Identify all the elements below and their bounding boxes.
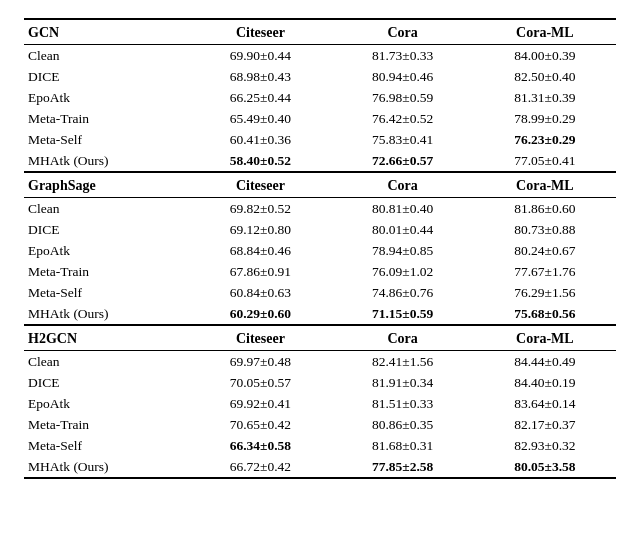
- table-row: DICE68.98±0.4380.94±0.4682.50±0.40: [24, 66, 616, 87]
- col-header-coraml: Cora-ML: [474, 172, 616, 198]
- table-row: EpoAtk66.25±0.4476.98±0.5981.31±0.39: [24, 87, 616, 108]
- value-cora: 80.81±0.40: [332, 198, 474, 220]
- value-coraml: 77.05±0.41: [474, 150, 616, 172]
- value-coraml: 75.68±0.56: [474, 303, 616, 325]
- value-citeseer: 69.90±0.44: [189, 45, 331, 67]
- value-cora: 76.42±0.52: [332, 108, 474, 129]
- method-name: Clean: [24, 45, 189, 67]
- value-cora: 75.83±0.41: [332, 129, 474, 150]
- value-citeseer: 69.97±0.48: [189, 351, 331, 373]
- value-coraml: 78.99±0.29: [474, 108, 616, 129]
- col-header-cora: Cora: [332, 19, 474, 45]
- model-name-graphsage: GraphSage: [24, 172, 189, 198]
- table-row: Meta-Train65.49±0.4076.42±0.5278.99±0.29: [24, 108, 616, 129]
- value-coraml: 80.24±0.67: [474, 240, 616, 261]
- value-cora: 81.91±0.34: [332, 372, 474, 393]
- value-cora: 80.01±0.44: [332, 219, 474, 240]
- table-row: Meta-Self60.84±0.6374.86±0.7676.29±1.56: [24, 282, 616, 303]
- value-coraml: 82.17±0.37: [474, 414, 616, 435]
- method-name: EpoAtk: [24, 393, 189, 414]
- value-cora: 80.86±0.35: [332, 414, 474, 435]
- value-coraml: 80.05±3.58: [474, 456, 616, 478]
- value-citeseer: 66.25±0.44: [189, 87, 331, 108]
- value-citeseer: 70.05±0.57: [189, 372, 331, 393]
- value-citeseer: 65.49±0.40: [189, 108, 331, 129]
- value-cora: 81.68±0.31: [332, 435, 474, 456]
- value-coraml: 82.50±0.40: [474, 66, 616, 87]
- value-coraml: 83.64±0.14: [474, 393, 616, 414]
- table-row: Meta-Self66.34±0.5881.68±0.3182.93±0.32: [24, 435, 616, 456]
- value-citeseer: 60.84±0.63: [189, 282, 331, 303]
- value-citeseer: 70.65±0.42: [189, 414, 331, 435]
- value-citeseer: 58.40±0.52: [189, 150, 331, 172]
- section-header-gcn: GCNCiteseerCoraCora-ML: [24, 19, 616, 45]
- value-citeseer: 68.98±0.43: [189, 66, 331, 87]
- table-row: EpoAtk69.92±0.4181.51±0.3383.64±0.14: [24, 393, 616, 414]
- col-header-citeseer: Citeseer: [189, 172, 331, 198]
- method-name: Meta-Train: [24, 414, 189, 435]
- table-row: DICE70.05±0.5781.91±0.3484.40±0.19: [24, 372, 616, 393]
- table-row: Meta-Self60.41±0.3675.83±0.4176.23±0.29: [24, 129, 616, 150]
- model-name-gcn: GCN: [24, 19, 189, 45]
- value-citeseer: 69.92±0.41: [189, 393, 331, 414]
- value-citeseer: 67.86±0.91: [189, 261, 331, 282]
- value-coraml: 84.40±0.19: [474, 372, 616, 393]
- value-citeseer: 66.34±0.58: [189, 435, 331, 456]
- value-cora: 76.98±0.59: [332, 87, 474, 108]
- value-coraml: 84.00±0.39: [474, 45, 616, 67]
- value-cora: 81.51±0.33: [332, 393, 474, 414]
- value-cora: 72.66±0.57: [332, 150, 474, 172]
- table-row: Meta-Train70.65±0.4280.86±0.3582.17±0.37: [24, 414, 616, 435]
- value-cora: 78.94±0.85: [332, 240, 474, 261]
- section-header-h2gcn: H2GCNCiteseerCoraCora-ML: [24, 325, 616, 351]
- method-name: DICE: [24, 219, 189, 240]
- table-row: MHAtk (Ours)66.72±0.4277.85±2.5880.05±3.…: [24, 456, 616, 478]
- table-row: MHAtk (Ours)60.29±0.6071.15±0.5975.68±0.…: [24, 303, 616, 325]
- value-citeseer: 68.84±0.46: [189, 240, 331, 261]
- value-coraml: 82.93±0.32: [474, 435, 616, 456]
- value-citeseer: 60.41±0.36: [189, 129, 331, 150]
- value-cora: 82.41±1.56: [332, 351, 474, 373]
- value-cora: 81.73±0.33: [332, 45, 474, 67]
- value-coraml: 81.86±0.60: [474, 198, 616, 220]
- method-name: Meta-Self: [24, 435, 189, 456]
- table-row: Clean69.90±0.4481.73±0.3384.00±0.39: [24, 45, 616, 67]
- method-name: Meta-Train: [24, 108, 189, 129]
- method-name: MHAtk (Ours): [24, 303, 189, 325]
- col-header-coraml: Cora-ML: [474, 325, 616, 351]
- col-header-cora: Cora: [332, 172, 474, 198]
- method-name: Meta-Train: [24, 261, 189, 282]
- value-coraml: 76.23±0.29: [474, 129, 616, 150]
- method-name: MHAtk (Ours): [24, 150, 189, 172]
- method-name: Meta-Self: [24, 129, 189, 150]
- table-row: MHAtk (Ours)58.40±0.5272.66±0.5777.05±0.…: [24, 150, 616, 172]
- value-citeseer: 60.29±0.60: [189, 303, 331, 325]
- table-row: EpoAtk68.84±0.4678.94±0.8580.24±0.67: [24, 240, 616, 261]
- results-table: GCNCiteseerCoraCora-MLClean69.90±0.4481.…: [24, 18, 616, 479]
- value-citeseer: 69.82±0.52: [189, 198, 331, 220]
- value-citeseer: 66.72±0.42: [189, 456, 331, 478]
- col-header-citeseer: Citeseer: [189, 19, 331, 45]
- method-name: Clean: [24, 198, 189, 220]
- col-header-coraml: Cora-ML: [474, 19, 616, 45]
- method-name: Clean: [24, 351, 189, 373]
- method-name: EpoAtk: [24, 240, 189, 261]
- value-cora: 71.15±0.59: [332, 303, 474, 325]
- value-coraml: 77.67±1.76: [474, 261, 616, 282]
- method-name: EpoAtk: [24, 87, 189, 108]
- table-row: Clean69.82±0.5280.81±0.4081.86±0.60: [24, 198, 616, 220]
- model-name-h2gcn: H2GCN: [24, 325, 189, 351]
- value-coraml: 76.29±1.56: [474, 282, 616, 303]
- method-name: DICE: [24, 66, 189, 87]
- value-coraml: 84.44±0.49: [474, 351, 616, 373]
- value-coraml: 80.73±0.88: [474, 219, 616, 240]
- col-header-citeseer: Citeseer: [189, 325, 331, 351]
- value-cora: 77.85±2.58: [332, 456, 474, 478]
- table-row: DICE69.12±0.8080.01±0.4480.73±0.88: [24, 219, 616, 240]
- value-coraml: 81.31±0.39: [474, 87, 616, 108]
- value-cora: 74.86±0.76: [332, 282, 474, 303]
- method-name: DICE: [24, 372, 189, 393]
- method-name: MHAtk (Ours): [24, 456, 189, 478]
- section-header-graphsage: GraphSageCiteseerCoraCora-ML: [24, 172, 616, 198]
- table-row: Clean69.97±0.4882.41±1.5684.44±0.49: [24, 351, 616, 373]
